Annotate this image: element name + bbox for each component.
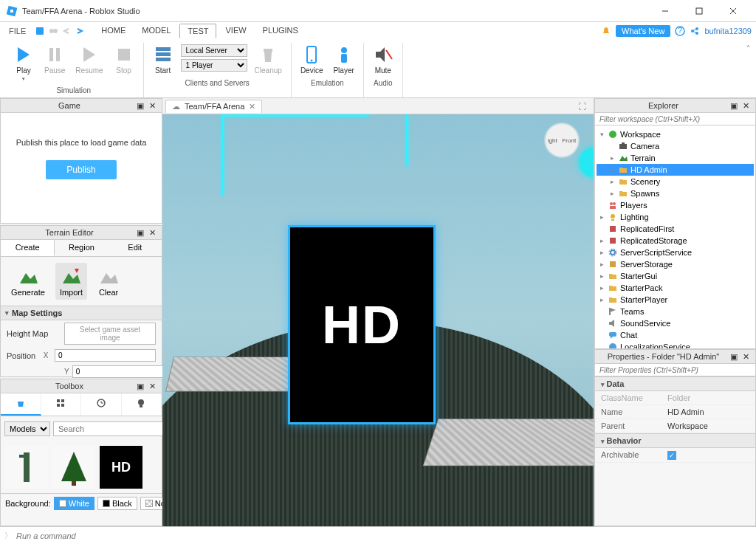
viewport-3d[interactable]: HD ight Front: [162, 114, 594, 526]
tab-model[interactable]: MODEL: [134, 24, 178, 38]
toolbox-tab-creations[interactable]: [122, 393, 162, 416]
qat-redo-icon[interactable]: [75, 26, 85, 36]
archivable-checkbox[interactable]: ✓: [667, 451, 676, 460]
start-button[interactable]: Start: [150, 43, 176, 76]
map-settings-header[interactable]: Map Settings: [1, 306, 162, 320]
file-menu[interactable]: FILE: [4, 27, 30, 35]
tree-node[interactable]: ReplicatedFirst: [597, 223, 754, 235]
terrain-tab-create[interactable]: Create: [1, 240, 55, 256]
terrain-tab-region[interactable]: Region: [55, 240, 108, 256]
expand-arrow-icon[interactable]: ▸: [598, 272, 605, 280]
position-y-input[interactable]: [72, 365, 173, 378]
expand-arrow-icon[interactable]: ▸: [598, 261, 605, 268]
properties-section-behavior[interactable]: Behavior: [595, 433, 755, 448]
tree-node[interactable]: ▸StarterPack: [597, 282, 754, 294]
toolbox-item[interactable]: HD: [100, 446, 142, 489]
tab-home[interactable]: HOME: [94, 24, 133, 38]
tab-plugins[interactable]: PLUGINS: [255, 24, 306, 38]
document-tab[interactable]: ☁ Team/FFA Arena ✕: [165, 100, 262, 113]
tree-node[interactable]: ▸StarterPlayer: [597, 294, 754, 306]
bg-black-option[interactable]: Black: [97, 497, 137, 510]
property-value[interactable]: Workspace: [662, 419, 755, 433]
tree-node[interactable]: LocalizationService: [597, 341, 754, 348]
minimize-button[interactable]: [648, 0, 682, 22]
close-button[interactable]: [716, 0, 750, 22]
generate-tool[interactable]: Generate: [7, 263, 49, 300]
undock-icon[interactable]: ▣: [729, 100, 739, 111]
help-icon[interactable]: ?: [675, 26, 685, 36]
bg-white-option[interactable]: White: [54, 497, 94, 510]
tree-node[interactable]: ▸Scenery: [597, 176, 754, 187]
qat-save-icon[interactable]: [35, 26, 45, 36]
toolbox-item[interactable]: [52, 446, 95, 489]
tree-node[interactable]: ▸ServerStorage: [597, 258, 754, 270]
player-count-select[interactable]: 1 Player: [181, 59, 247, 72]
device-button[interactable]: Device: [298, 43, 326, 76]
toolbox-item[interactable]: [5, 446, 48, 489]
undock-icon[interactable]: ▣: [729, 351, 739, 362]
tab-view[interactable]: VIEW: [218, 24, 253, 38]
properties-section-data[interactable]: Data: [595, 376, 755, 391]
explorer-tree[interactable]: ▾WorkspaceCamera▸Terrain▸HD Admin▸Scener…: [595, 125, 755, 348]
tree-node[interactable]: ▸HD Admin: [597, 164, 754, 176]
close-icon[interactable]: ✕: [740, 100, 751, 111]
toolbox-tab-marketplace[interactable]: [1, 393, 41, 416]
expand-arrow-icon[interactable]: ▸: [608, 166, 616, 173]
expand-arrow-icon[interactable]: ▸: [608, 190, 616, 197]
publish-button[interactable]: Publish: [46, 160, 116, 179]
tree-node[interactable]: ▸Terrain: [597, 152, 754, 164]
tree-node[interactable]: ▸ServerScriptService: [597, 247, 754, 258]
toolbox-category-select[interactable]: Models: [4, 421, 50, 436]
import-tool[interactable]: Import: [55, 263, 87, 300]
tree-node[interactable]: ▸ReplicatedStorage: [597, 235, 754, 247]
expand-arrow-icon[interactable]: ▸: [598, 237, 605, 244]
terrain-tab-edit[interactable]: Edit: [109, 240, 162, 256]
expand-arrow-icon[interactable]: ▸: [598, 296, 605, 303]
qat-binoculars-icon[interactable]: [48, 26, 58, 36]
tree-node[interactable]: Players: [597, 199, 754, 211]
property-value[interactable]: HD Admin: [662, 405, 755, 419]
toolbox-tab-recent[interactable]: [81, 393, 122, 416]
expand-arrow-icon[interactable]: ▾: [598, 131, 605, 138]
tree-node[interactable]: SoundService: [597, 317, 754, 329]
view-selector-gizmo[interactable]: ight Front: [543, 122, 580, 159]
notification-icon[interactable]: [601, 26, 611, 36]
close-tab-icon[interactable]: ✕: [249, 102, 255, 111]
mute-button[interactable]: Mute: [370, 43, 396, 76]
share-icon[interactable]: [690, 26, 700, 36]
expand-arrow-icon[interactable]: ▸: [598, 249, 605, 256]
expand-arrow-icon[interactable]: ▸: [608, 178, 616, 185]
close-icon[interactable]: ✕: [147, 227, 157, 238]
expand-arrow-icon[interactable]: ▸: [598, 284, 605, 292]
tree-node[interactable]: Teams: [597, 306, 754, 317]
maximize-button[interactable]: [682, 0, 716, 22]
heightmap-select-button[interactable]: Select game asset image: [64, 323, 156, 345]
undock-icon[interactable]: ▣: [135, 100, 145, 111]
toolbox-search-input[interactable]: [53, 421, 165, 436]
tree-node[interactable]: ▸StarterGui: [597, 270, 754, 282]
tree-node[interactable]: Chat: [597, 329, 754, 341]
clear-tool[interactable]: Clear: [93, 263, 124, 300]
username-label[interactable]: bufnita12309: [704, 27, 752, 35]
viewport-expand-icon[interactable]: ⛶: [574, 102, 591, 111]
tree-node[interactable]: ▸Lighting: [597, 211, 754, 223]
player-emulator-button[interactable]: Player: [330, 43, 357, 76]
collapse-ribbon-icon[interactable]: ˄: [746, 44, 750, 52]
play-button[interactable]: Play ▾: [10, 43, 37, 83]
expand-arrow-icon[interactable]: ▸: [598, 213, 605, 221]
close-icon[interactable]: ✕: [740, 351, 751, 362]
undock-icon[interactable]: ▣: [135, 227, 145, 238]
tree-node[interactable]: ▾Workspace: [597, 128, 754, 140]
qat-undo-icon[interactable]: [61, 26, 72, 36]
close-icon[interactable]: ✕: [147, 381, 157, 391]
explorer-filter-input[interactable]: [599, 115, 751, 123]
tree-node[interactable]: ▸Spawns: [597, 187, 754, 199]
command-input[interactable]: [16, 531, 752, 540]
whats-new-button[interactable]: What's New: [616, 25, 670, 37]
toolbox-tab-inventory[interactable]: [41, 393, 82, 416]
tab-test[interactable]: TEST: [179, 24, 216, 38]
position-x-input[interactable]: [55, 349, 156, 362]
close-icon[interactable]: ✕: [147, 100, 157, 111]
properties-filter-input[interactable]: [599, 366, 751, 374]
undock-icon[interactable]: ▣: [135, 381, 145, 391]
